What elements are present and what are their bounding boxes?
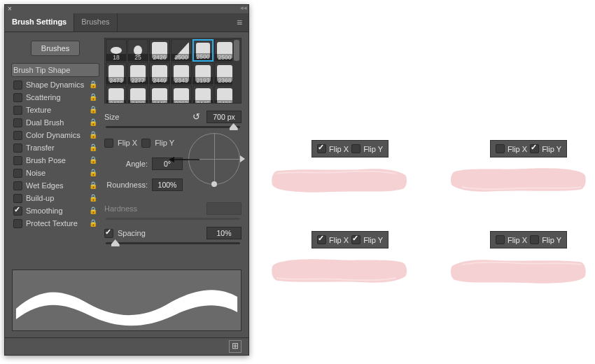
size-field[interactable]: 700 px bbox=[206, 111, 241, 123]
flipy-checkbox[interactable] bbox=[141, 139, 150, 148]
brush-thumb[interactable]: 2445 bbox=[192, 85, 214, 104]
option-checkbox[interactable] bbox=[13, 106, 22, 115]
hardness-field bbox=[206, 202, 241, 215]
option-color-dynamics[interactable]: Color Dynamics🔒 bbox=[12, 129, 99, 141]
brush-size-label: 2401 bbox=[215, 100, 234, 104]
close-icon[interactable]: × bbox=[5, 5, 15, 13]
option-dual-brush[interactable]: Dual Brush🔒 bbox=[12, 116, 99, 129]
brush-size-label: 2343 bbox=[172, 77, 191, 84]
option-checkbox[interactable] bbox=[13, 169, 22, 178]
brush-thumb[interactable]: 18 bbox=[106, 39, 127, 62]
option-protect-texture[interactable]: Protect Texture🔒 bbox=[12, 217, 99, 230]
brush-size-label: 25 bbox=[128, 54, 148, 61]
brush-size-label: 2445 bbox=[150, 100, 169, 104]
brush-thumb[interactable]: 25 bbox=[127, 39, 148, 62]
flipy-checkbox[interactable] bbox=[530, 144, 539, 153]
option-label: Shape Dynamics bbox=[26, 80, 85, 89]
option-brush-pose[interactable]: Brush Pose🔒 bbox=[12, 154, 99, 167]
flipy-label: Flip Y bbox=[363, 145, 383, 153]
flip-example-badge: Flip XFlip Y bbox=[490, 231, 567, 248]
option-texture[interactable]: Texture🔒 bbox=[12, 104, 99, 116]
option-brush-tip-shape[interactable]: Brush Tip Shape bbox=[11, 63, 99, 77]
option-checkbox[interactable] bbox=[13, 118, 22, 127]
option-checkbox[interactable] bbox=[13, 219, 22, 228]
lock-icon[interactable]: 🔒 bbox=[89, 181, 97, 190]
lock-icon[interactable]: 🔒 bbox=[89, 131, 97, 139]
tab-brushes[interactable]: Brushes bbox=[74, 13, 117, 31]
option-smoothing[interactable]: Smoothing🔒 bbox=[12, 204, 99, 217]
option-label: Protect Texture bbox=[26, 219, 85, 227]
option-transfer[interactable]: Transfer🔒 bbox=[12, 141, 99, 154]
panel-menu-icon[interactable]: ≡ bbox=[230, 13, 248, 31]
flipx-checkbox[interactable] bbox=[317, 235, 326, 244]
option-label: Texture bbox=[26, 106, 85, 114]
roundness-field[interactable]: 100% bbox=[152, 178, 183, 191]
flip-example-stroke bbox=[448, 161, 588, 200]
lock-icon[interactable]: 🔒 bbox=[89, 144, 97, 152]
brush-thumb[interactable]: 2500 bbox=[171, 39, 192, 62]
roundness-label: Roundness: bbox=[104, 181, 148, 189]
option-checkbox[interactable] bbox=[13, 80, 22, 90]
flipy-checkbox[interactable] bbox=[351, 235, 360, 244]
brushes-button[interactable]: Brushes bbox=[31, 41, 80, 56]
flipy-checkbox[interactable] bbox=[530, 235, 539, 244]
option-checkbox[interactable] bbox=[13, 181, 22, 190]
option-scattering[interactable]: Scattering🔒 bbox=[12, 91, 99, 104]
lock-icon[interactable]: 🔒 bbox=[89, 93, 97, 102]
brush-thumb[interactable]: 2445 bbox=[149, 85, 170, 104]
lock-icon[interactable]: 🔒 bbox=[89, 106, 97, 114]
lock-icon[interactable]: 🔒 bbox=[89, 169, 97, 177]
flipx-checkbox[interactable] bbox=[317, 144, 326, 153]
brush-size-label: 2500 bbox=[194, 53, 212, 60]
lock-icon[interactable]: 🔒 bbox=[89, 206, 97, 215]
option-wet-edges[interactable]: Wet Edges🔒 bbox=[12, 179, 99, 192]
brush-thumb[interactable]: 2277 bbox=[127, 62, 148, 85]
brush-size-label: 2426 bbox=[150, 54, 169, 61]
lock-icon[interactable]: 🔒 bbox=[89, 194, 97, 202]
option-checkbox[interactable] bbox=[13, 131, 22, 140]
lock-icon[interactable]: 🔒 bbox=[89, 219, 97, 227]
spacing-checkbox[interactable] bbox=[104, 229, 113, 238]
option-label: Noise bbox=[26, 169, 85, 177]
brush-thumb[interactable]: 2500 bbox=[192, 39, 214, 62]
tab-brush-settings[interactable]: Brush Settings bbox=[5, 13, 74, 31]
option-build-up[interactable]: Build-up🔒 bbox=[12, 192, 99, 204]
lock-icon[interactable]: 🔒 bbox=[89, 80, 97, 89]
collapse-icon[interactable]: ◂◂ bbox=[240, 4, 247, 11]
new-preset-icon[interactable]: ⊞ bbox=[229, 340, 241, 353]
brush-thumb[interactable]: 2426 bbox=[149, 39, 170, 62]
brush-thumb[interactable]: 2473 bbox=[106, 62, 127, 85]
brush-thumb[interactable]: 2343 bbox=[171, 62, 192, 85]
brush-size-label: 2445 bbox=[193, 100, 213, 104]
option-checkbox[interactable] bbox=[13, 144, 22, 153]
flipy-checkbox[interactable] bbox=[351, 144, 360, 153]
brush-thumb[interactable]: 2436 bbox=[106, 85, 127, 104]
option-checkbox[interactable] bbox=[13, 206, 22, 216]
size-slider[interactable] bbox=[106, 126, 240, 128]
option-checkbox[interactable] bbox=[13, 194, 22, 203]
option-checkbox[interactable] bbox=[13, 93, 22, 102]
brush-thumb[interactable]: 2393 bbox=[171, 85, 192, 104]
flipx-checkbox[interactable] bbox=[496, 144, 505, 153]
brush-thumb[interactable]: 2449 bbox=[149, 62, 170, 85]
spacing-field[interactable]: 10% bbox=[206, 227, 241, 239]
brush-thumb[interactable]: 2498 bbox=[127, 85, 148, 104]
option-checkbox[interactable] bbox=[13, 156, 22, 165]
brush-size-label: 18 bbox=[106, 54, 126, 61]
option-label: Brush Tip Shape bbox=[13, 66, 97, 74]
option-shape-dynamics[interactable]: Shape Dynamics🔒 bbox=[12, 78, 99, 91]
brush-thumb[interactable]: 2193 bbox=[192, 62, 214, 85]
flipx-checkbox[interactable] bbox=[104, 139, 113, 148]
flipx-checkbox[interactable] bbox=[496, 235, 505, 244]
flip-reset-icon[interactable]: ↺ bbox=[190, 111, 202, 123]
lock-icon[interactable]: 🔒 bbox=[89, 156, 97, 164]
lock-icon[interactable]: 🔒 bbox=[89, 118, 97, 127]
option-label: Dual Brush bbox=[26, 118, 85, 127]
spacing-label: Spacing bbox=[118, 229, 146, 237]
brush-grid-scrollbar[interactable] bbox=[232, 38, 241, 103]
option-noise[interactable]: Noise🔒 bbox=[12, 167, 99, 179]
spacing-slider[interactable] bbox=[106, 242, 240, 244]
brush-size-label: 2449 bbox=[150, 77, 169, 84]
panel-titlebar: × ◂◂ bbox=[5, 5, 248, 13]
hardness-label: Hardness bbox=[104, 204, 148, 213]
